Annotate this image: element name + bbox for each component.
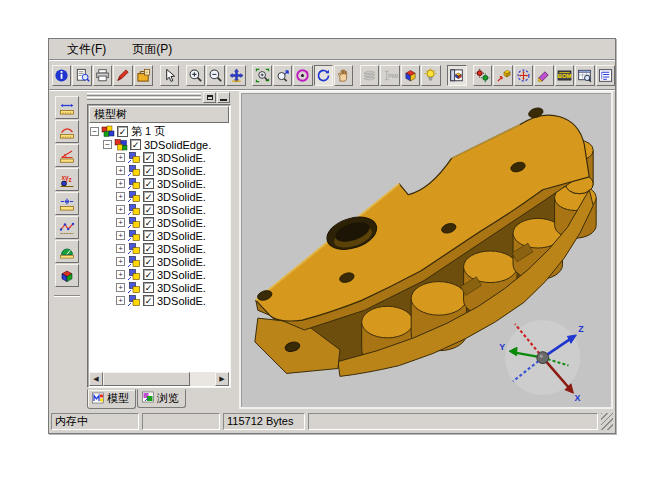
solid-node-icon [127,216,141,229]
curve-plot-icon [59,220,75,236]
tree-horizontal-scrollbar[interactable]: ◀ ▶ [89,372,229,386]
visibility-checkbox[interactable]: ✓ [130,139,141,150]
orbit-button[interactable] [293,65,312,86]
collapse-icon[interactable]: − [90,127,99,136]
stamp-button[interactable] [134,65,153,86]
bom-button[interactable]: BOM [555,65,574,86]
zoom-dynamic-icon [275,68,290,83]
tree-row[interactable]: +✓3DSolidE. [88,229,230,242]
panel-grip[interactable] [87,92,231,103]
expand-icon[interactable]: + [116,231,125,240]
toolbar-group-gap [441,65,447,86]
visibility-checkbox[interactable]: ✓ [143,191,154,202]
expand-icon[interactable]: + [116,179,125,188]
expand-icon[interactable]: + [116,296,125,305]
resize-grip[interactable] [601,413,613,430]
select-region-button[interactable] [514,65,533,86]
rotate-view-button[interactable] [314,65,333,86]
visibility-checkbox[interactable]: ✓ [143,152,154,163]
tree-row[interactable]: +✓3DSolidE. [88,151,230,164]
tree-row[interactable]: +✓3DSolidE. [88,216,230,229]
zoom-dynamic-button[interactable] [273,65,292,86]
tab-model-icon [92,392,104,406]
visibility-checkbox[interactable]: ✓ [143,217,154,228]
print-preview-button[interactable] [72,65,91,86]
menu-item-file[interactable]: 文件(F) [59,39,114,60]
measure-distance-button[interactable] [55,96,79,119]
tree-row[interactable]: +✓3DSolidE. [88,255,230,268]
markup-pen-icon [115,68,130,83]
expand-icon[interactable]: + [116,244,125,253]
expand-icon[interactable]: + [116,257,125,266]
section-cube-button[interactable] [55,264,79,287]
visibility-checkbox[interactable]: ✓ [143,178,154,189]
expand-icon[interactable]: + [116,283,125,292]
measure-angle-button[interactable] [55,144,79,167]
tree-row[interactable]: +✓3DSolidE. [88,268,230,281]
panel-toggle-button[interactable] [447,65,466,86]
expand-icon[interactable]: + [116,153,125,162]
expand-icon[interactable]: + [116,192,125,201]
tab-label: 浏览 [157,391,179,406]
visibility-checkbox[interactable]: ✓ [143,243,154,254]
collapse-icon[interactable]: − [103,140,112,149]
info-button[interactable] [52,65,71,86]
expand-icon[interactable]: + [116,166,125,175]
tree-row[interactable]: +✓3DSolidE. [88,203,230,216]
visibility-checkbox[interactable]: ✓ [143,256,154,267]
hand-pan-button[interactable] [334,65,353,86]
tab-model[interactable]: 模型 [87,389,136,409]
print-button[interactable] [93,65,112,86]
visibility-checkbox[interactable]: ✓ [143,282,154,293]
tree-node-label: 3DSolidE. [157,204,206,216]
panel-float-button[interactable] [203,92,216,103]
tree-row[interactable]: −✓3DSolidEdge. [88,138,230,151]
tree-row[interactable]: +✓3DSolidE. [88,177,230,190]
scroll-thumb[interactable] [103,372,190,386]
expand-icon[interactable]: + [116,218,125,227]
expand-icon[interactable]: + [116,270,125,279]
tree-row[interactable]: +✓3DSolidE. [88,242,230,255]
visibility-checkbox[interactable]: ✓ [143,269,154,280]
measure-gap-button[interactable] [55,192,79,215]
eraser-button[interactable] [534,65,553,86]
assembly-parts-button[interactable] [473,65,492,86]
pan-button[interactable] [226,65,245,86]
tree-row[interactable]: +✓3DSolidE. [88,190,230,203]
3d-viewport[interactable]: Z X Y [239,91,613,409]
measure-curve-icon [59,124,75,140]
zoom-window-button[interactable] [252,65,271,86]
select-cursor-button[interactable] [160,65,179,86]
view-cube-button[interactable] [401,65,420,86]
tree-row[interactable]: +✓3DSolidE. [88,164,230,177]
visibility-checkbox[interactable]: ✓ [143,204,154,215]
measure-curve-button[interactable] [55,120,79,143]
measure-coordinate-button[interactable]: xyz [55,168,79,191]
explode-button[interactable] [493,65,512,86]
scroll-track[interactable] [103,372,215,386]
zoom-out-button[interactable] [206,65,225,86]
triad-y-label: Y [499,342,505,352]
zoom-in-button[interactable] [186,65,205,86]
tab-browse[interactable]: 浏览 [137,389,186,408]
expand-icon[interactable]: + [116,205,125,214]
tree-row[interactable]: +✓3DSolidE. [88,294,230,307]
gauge-button[interactable] [55,240,79,263]
visibility-checkbox[interactable]: ✓ [117,126,128,137]
visibility-checkbox[interactable]: ✓ [143,165,154,176]
hand-pan-icon [336,68,351,83]
tree-view-button[interactable] [596,65,615,86]
scroll-right-button[interactable]: ▶ [215,372,229,386]
visibility-checkbox[interactable]: ✓ [143,230,154,241]
curve-plot-button[interactable] [55,216,79,239]
light-button[interactable] [421,65,440,86]
tree-row[interactable]: +✓3DSolidE. [88,281,230,294]
menu-item-page[interactable]: 页面(P) [124,39,180,60]
visibility-checkbox[interactable]: ✓ [143,295,154,306]
assembly-node-icon [114,138,128,151]
panel-hide-button[interactable] [217,92,230,103]
markup-pen-button[interactable] [113,65,132,86]
table-find-button[interactable] [575,65,594,86]
tree-row[interactable]: −✓第 1 页 [88,125,230,138]
scroll-left-button[interactable]: ◀ [89,372,103,386]
